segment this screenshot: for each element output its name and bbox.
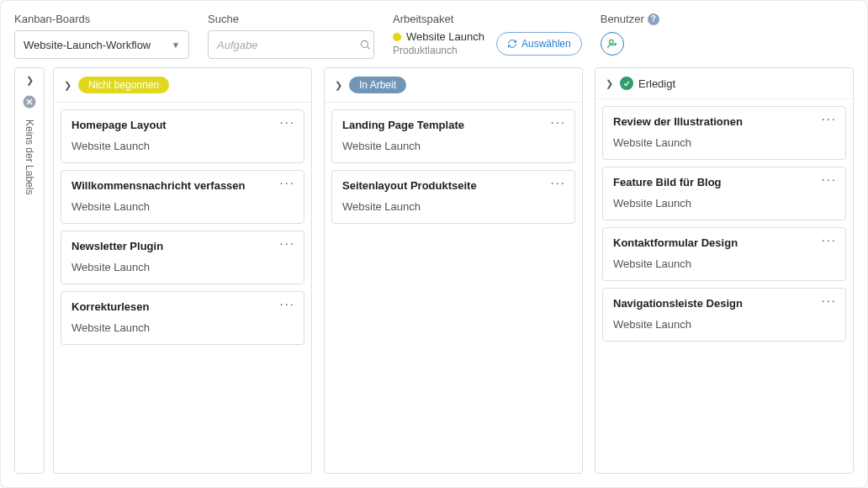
benutzer-group: Benutzer ?: [601, 13, 659, 56]
card-title: Seitenlayout Produktseite: [342, 179, 564, 192]
app-frame: Kanban-Boards Website-Launch-Workflow ▼ …: [0, 0, 868, 488]
kanban-card[interactable]: ···Review der IllustrationenWebsite Laun…: [602, 106, 846, 160]
benutzer-label: Benutzer: [601, 13, 644, 25]
kanban-column: ❯Nicht begonnen···Homepage LayoutWebsite…: [53, 67, 312, 474]
search-input[interactable]: [217, 39, 359, 51]
sidebar-clear-icon[interactable]: [22, 94, 37, 109]
card-title: Korrekturlesen: [71, 300, 294, 313]
column-body: ···Landing Page TemplateWebsite Launch··…: [325, 103, 582, 473]
arbeitspaket-name: Website Launch: [406, 30, 484, 43]
kanban-card[interactable]: ···Navigationsleiste DesignWebsite Launc…: [602, 288, 846, 342]
kanban-card[interactable]: ···KorrekturlesenWebsite Launch: [61, 291, 304, 345]
labels-sidebar: ❯ Keins der Labels: [14, 67, 45, 474]
benutzer-label-row: Benutzer ?: [601, 13, 659, 25]
arbeitspaket-info: Website Launch Produktlaunch: [393, 30, 484, 56]
boards-select[interactable]: Website-Launch-Workflow ▼: [14, 30, 189, 59]
kanban-card[interactable]: ···Feature Bild für BlogWebsite Launch: [602, 167, 846, 220]
add-user-button[interactable]: [601, 32, 624, 56]
card-title: Navigationsleiste Design: [613, 297, 835, 310]
card-menu-icon[interactable]: ···: [821, 172, 837, 185]
status-dot-icon: [393, 33, 401, 41]
kanban-card[interactable]: ···Kontaktformular DesignWebsite Launch: [602, 227, 846, 281]
column-body: ···Homepage LayoutWebsite Launch···Willk…: [54, 103, 311, 473]
svg-point-0: [361, 40, 368, 47]
search-label: Suche: [208, 13, 374, 25]
kanban-card[interactable]: ···Seitenlayout ProduktseiteWebsite Laun…: [331, 170, 575, 224]
card-menu-icon[interactable]: ···: [821, 294, 837, 306]
column-header: ❯In Arbeit: [325, 68, 582, 103]
search-box[interactable]: [208, 30, 374, 59]
arbeitspaket-sub: Produktlaunch: [393, 45, 484, 56]
auswaehlen-label: Auswählen: [521, 38, 571, 50]
boards-label: Kanban-Boards: [14, 13, 189, 25]
card-subtitle: Website Launch: [71, 200, 294, 213]
kanban-columns: ❯Nicht begonnen···Homepage LayoutWebsite…: [53, 67, 854, 474]
card-menu-icon[interactable]: ···: [550, 176, 566, 188]
card-menu-icon[interactable]: ···: [821, 233, 837, 246]
auswaehlen-button[interactable]: Auswählen: [496, 32, 582, 56]
card-subtitle: Website Launch: [71, 140, 294, 152]
header-filters: Kanban-Boards Website-Launch-Workflow ▼ …: [14, 13, 854, 59]
card-menu-icon[interactable]: ···: [279, 297, 295, 310]
boards-select-value: Website-Launch-Workflow: [24, 39, 151, 51]
kanban-card[interactable]: ···Willkommensnachricht verfassenWebsite…: [61, 170, 304, 224]
arbeitspaket-block: Website Launch Produktlaunch Auswählen: [393, 30, 582, 56]
kanban-card[interactable]: ···Homepage LayoutWebsite Launch: [61, 109, 304, 163]
column-body: ···Review der IllustrationenWebsite Laun…: [595, 99, 853, 473]
card-menu-icon[interactable]: ···: [279, 236, 295, 249]
arbeitspaket-label: Arbeitspaket: [393, 13, 582, 25]
kanban-column: ❯Erledigt···Review der IllustrationenWeb…: [595, 67, 854, 474]
column-collapse-icon[interactable]: ❯: [335, 80, 342, 91]
chevron-down-icon: ▼: [172, 40, 180, 50]
boards-group: Kanban-Boards Website-Launch-Workflow ▼: [14, 13, 189, 59]
card-title: Homepage Layout: [71, 119, 294, 131]
card-title: Kontaktformular Design: [613, 236, 835, 249]
column-header: ❯Nicht begonnen: [54, 68, 311, 103]
column-collapse-icon[interactable]: ❯: [606, 78, 613, 89]
card-subtitle: Website Launch: [71, 261, 294, 273]
column-status-done: Erledigt: [620, 77, 675, 90]
card-subtitle: Website Launch: [71, 321, 294, 334]
card-title: Newsletter Plugin: [71, 240, 294, 252]
main-area: ❯ Keins der Labels ❯Nicht begonnen···Hom…: [14, 67, 854, 474]
card-menu-icon[interactable]: ···: [550, 115, 566, 128]
card-subtitle: Website Launch: [613, 318, 835, 331]
search-group: Suche: [208, 13, 374, 59]
card-title: Landing Page Template: [342, 119, 564, 131]
card-title: Willkommensnachricht verfassen: [71, 179, 294, 192]
card-menu-icon[interactable]: ···: [821, 112, 837, 125]
arbeitspaket-group: Arbeitspaket Website Launch Produktlaunc…: [393, 13, 582, 56]
help-icon[interactable]: ?: [648, 13, 659, 25]
column-header: ❯Erledigt: [595, 68, 853, 99]
card-title: Review der Illustrationen: [613, 115, 835, 128]
card-subtitle: Website Launch: [613, 197, 835, 210]
card-menu-icon[interactable]: ···: [279, 115, 295, 128]
card-subtitle: Website Launch: [613, 257, 835, 270]
svg-line-1: [368, 47, 370, 50]
search-icon: [359, 39, 371, 50]
kanban-column: ❯In Arbeit···Landing Page TemplateWebsit…: [324, 67, 583, 474]
card-title: Feature Bild für Blog: [613, 176, 835, 188]
column-collapse-icon[interactable]: ❯: [64, 80, 71, 91]
card-subtitle: Website Launch: [342, 140, 564, 152]
column-status-label: Erledigt: [638, 77, 675, 90]
card-subtitle: Website Launch: [613, 136, 835, 149]
card-menu-icon[interactable]: ···: [279, 176, 295, 188]
column-status-pill: In Arbeit: [349, 77, 406, 93]
sidebar-label: Keins der Labels: [24, 119, 35, 194]
kanban-card[interactable]: ···Newsletter PluginWebsite Launch: [61, 231, 304, 284]
check-icon: [620, 77, 633, 90]
kanban-card[interactable]: ···Landing Page TemplateWebsite Launch: [331, 109, 575, 163]
svg-point-2: [609, 40, 613, 44]
column-status-pill: Nicht begonnen: [78, 77, 169, 93]
sidebar-expand-icon[interactable]: ❯: [26, 75, 34, 86]
card-subtitle: Website Launch: [342, 200, 564, 213]
refresh-icon: [507, 39, 517, 49]
